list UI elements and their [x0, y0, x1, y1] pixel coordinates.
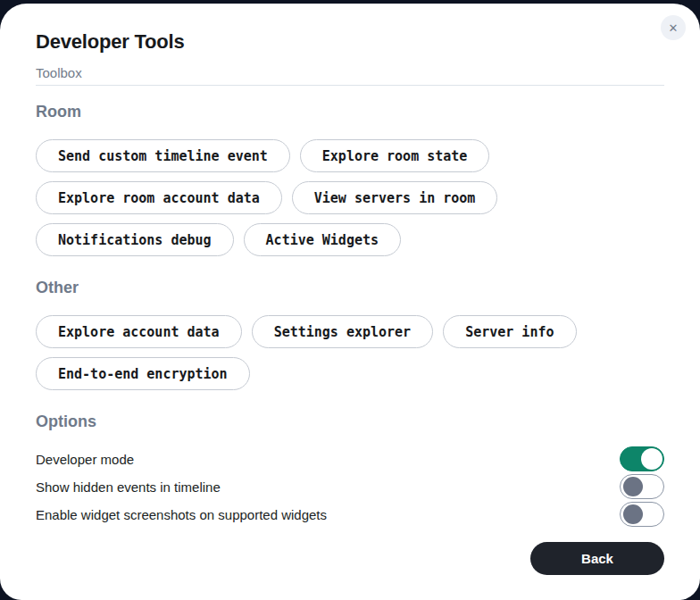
toggle-knob: [623, 504, 643, 524]
server-info-button[interactable]: Server info: [443, 315, 576, 348]
dialog-subtitle: Toolbox: [36, 65, 664, 81]
other-button-group: Explore account data Settings explorer S…: [36, 315, 664, 390]
notifications-debug-button[interactable]: Notifications debug: [36, 223, 234, 256]
header-divider: [36, 85, 664, 86]
room-button-group: Send custom timeline event Explore room …: [36, 139, 664, 256]
explore-room-account-data-button[interactable]: Explore room account data: [36, 181, 282, 214]
section-heading-other: Other: [36, 279, 664, 297]
options-list: Developer mode Show hidden events in tim…: [36, 446, 664, 528]
developer-tools-dialog: ✕ Developer Tools Toolbox Room Send cust…: [0, 4, 700, 600]
back-button[interactable]: Back: [530, 542, 664, 575]
developer-mode-toggle[interactable]: [620, 446, 664, 471]
end-to-end-encryption-button[interactable]: End-to-end encryption: [36, 357, 250, 390]
explore-room-state-button[interactable]: Explore room state: [300, 139, 490, 172]
option-row-developer-mode: Developer mode: [36, 446, 664, 472]
send-custom-timeline-event-button[interactable]: Send custom timeline event: [36, 139, 290, 172]
developer-mode-label: Developer mode: [36, 452, 134, 467]
toggle-knob: [623, 477, 643, 496]
dialog-title: Developer Tools: [36, 30, 664, 54]
option-row-widget-screenshots: Enable widget screenshots on supported w…: [36, 501, 664, 528]
active-widgets-button[interactable]: Active Widgets: [244, 223, 401, 256]
widget-screenshots-toggle[interactable]: [620, 502, 664, 527]
view-servers-in-room-button[interactable]: View servers in room: [292, 181, 498, 214]
show-hidden-events-toggle[interactable]: [620, 474, 664, 499]
close-icon: ✕: [669, 22, 679, 34]
widget-screenshots-label: Enable widget screenshots on supported w…: [36, 507, 327, 522]
toggle-knob: [641, 448, 662, 470]
section-heading-room: Room: [36, 103, 664, 121]
dialog-footer: Back: [36, 542, 664, 575]
section-heading-options: Options: [36, 412, 664, 431]
show-hidden-events-label: Show hidden events in timeline: [36, 479, 221, 495]
option-row-show-hidden-events: Show hidden events in timeline: [36, 473, 664, 500]
explore-account-data-button[interactable]: Explore account data: [36, 315, 242, 348]
settings-explorer-button[interactable]: Settings explorer: [252, 315, 434, 348]
close-button[interactable]: ✕: [661, 15, 686, 40]
